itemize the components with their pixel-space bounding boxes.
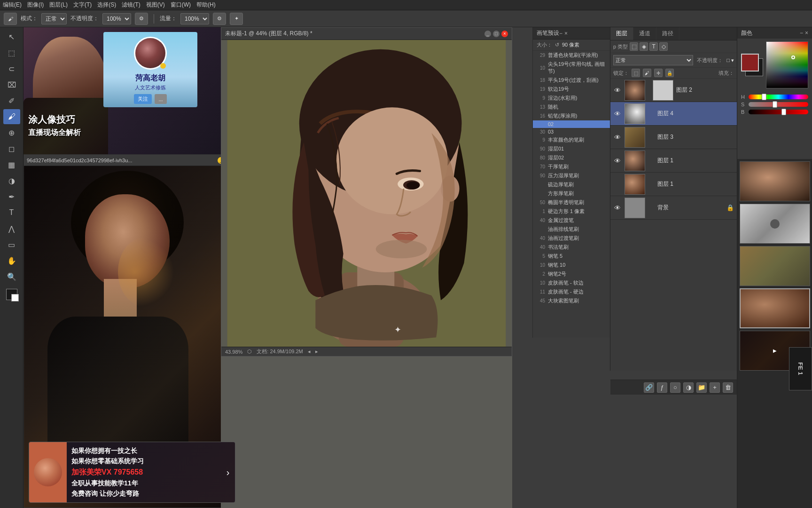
- tab-layers[interactable]: 图层: [610, 27, 633, 40]
- color-panel-minimize[interactable]: −: [800, 30, 803, 36]
- brush-tool-btn[interactable]: 🖌: [4, 13, 17, 25]
- brush-item-27[interactable]: 45 大块索图笔刷: [533, 296, 610, 305]
- lock-position-btn[interactable]: ✛: [654, 69, 663, 77]
- gradient-tool[interactable]: ▦: [3, 157, 20, 172]
- layer-row-3[interactable]: 👁 图层 3: [610, 126, 737, 149]
- color-panel-close[interactable]: ×: [805, 30, 808, 36]
- dodge-tool[interactable]: ◑: [3, 173, 20, 188]
- layer-row-1[interactable]: 👁 图层 1: [610, 149, 737, 173]
- crop-tool[interactable]: ⌧: [3, 77, 20, 92]
- brush-item-8[interactable]: 30 03: [533, 128, 610, 135]
- brush-item-2[interactable]: 18 平头19号(过渡，刮画): [533, 76, 610, 85]
- hue-track[interactable]: [749, 95, 808, 99]
- brush-item-3[interactable]: 19 软边19号: [533, 85, 610, 94]
- visibility-eye-bg[interactable]: 👁: [613, 204, 622, 212]
- brush-item-1[interactable]: 10 尖头19号(常用勾线, 画细节): [533, 60, 610, 76]
- brush-item-21[interactable]: 40 书法笔刷: [533, 243, 610, 252]
- brush-item-20[interactable]: 40 油画过渡笔刷: [533, 234, 610, 243]
- brush-panel-close[interactable]: ×: [564, 30, 568, 37]
- brush-item-12[interactable]: 70 干厚笔刷: [533, 162, 610, 171]
- opacity-options-btn[interactable]: ⚙: [135, 13, 148, 25]
- layer-row-4[interactable]: 👁 图层 4: [610, 102, 737, 126]
- filter-type-btn[interactable]: T: [649, 42, 658, 51]
- refresh-icon[interactable]: ↺: [555, 42, 559, 48]
- brush-item-22[interactable]: 5 钢笔 5: [533, 252, 610, 261]
- brush-item-7[interactable]: 02: [533, 120, 610, 128]
- hand-tool[interactable]: ✋: [3, 253, 20, 268]
- pen-tool[interactable]: ✒: [3, 189, 20, 204]
- move-tool[interactable]: ↖: [3, 29, 20, 44]
- add-fill-btn[interactable]: ◑: [683, 382, 694, 393]
- brush-item-23[interactable]: 10 钢笔 10: [533, 261, 610, 270]
- visibility-eye-3[interactable]: 👁: [613, 133, 622, 142]
- visibility-eye-4[interactable]: 👁: [613, 110, 622, 118]
- bri-track[interactable]: [749, 110, 808, 114]
- visibility-eye-1[interactable]: 👁: [613, 157, 622, 165]
- brush-item-4[interactable]: 9 渲边(水彩用): [533, 94, 610, 103]
- text-tool[interactable]: T: [3, 205, 20, 220]
- menu-item-select[interactable]: 选择(S): [97, 1, 116, 9]
- brush-item-16[interactable]: 50 椭圆半透明笔刷: [533, 198, 610, 207]
- brush-item-14[interactable]: 硫边厚笔刷: [533, 180, 610, 189]
- color-picker-box[interactable]: [766, 41, 808, 88]
- menu-item-help[interactable]: 帮助(H): [196, 1, 216, 9]
- clone-tool[interactable]: ⊕: [3, 125, 20, 140]
- brush-item-25[interactable]: 10 皮肤画笔 - 软边: [533, 278, 610, 287]
- layer-row-bg[interactable]: 👁 背景 🔒: [610, 196, 737, 220]
- filter-shape-btn[interactable]: ◇: [659, 42, 668, 51]
- brush-item-10[interactable]: 90 湿层01: [533, 144, 610, 153]
- menu-item-filter[interactable]: 滤镜(T): [122, 1, 140, 9]
- select-tool[interactable]: ⬚: [3, 45, 20, 60]
- add-style-btn[interactable]: ƒ: [657, 382, 667, 393]
- filter-pixel-btn[interactable]: ⬚: [630, 42, 638, 51]
- eyedropper-tool[interactable]: ✐: [3, 93, 20, 108]
- flow-options-btn[interactable]: ⚙: [213, 13, 226, 25]
- new-layer-btn[interactable]: +: [710, 382, 720, 393]
- brush-item-15[interactable]: 方形厚笔刷: [533, 189, 610, 198]
- canvas-maximize-btn[interactable]: □: [493, 31, 500, 37]
- video-thumb-1[interactable]: [740, 161, 810, 201]
- lock-transparent-btn[interactable]: ⬚: [632, 69, 640, 77]
- delete-layer-btn[interactable]: 🗑: [723, 382, 733, 393]
- video-thumb-3[interactable]: [740, 246, 810, 286]
- sat-track[interactable]: [749, 102, 808, 107]
- brush-item-24[interactable]: 2 钢笔2号: [533, 270, 610, 278]
- lock-image-btn[interactable]: 🖌: [643, 69, 651, 77]
- fg-swatch[interactable]: [741, 54, 759, 71]
- brush-item-6[interactable]: 16 铅笔(厚涂用): [533, 111, 610, 120]
- lasso-tool[interactable]: ⊂: [3, 61, 20, 76]
- flow-select[interactable]: 100%: [180, 13, 209, 24]
- tab-channels[interactable]: 通道: [633, 27, 656, 40]
- blend-mode-select[interactable]: 正常: [41, 13, 67, 24]
- canvas-minimize-btn[interactable]: _: [484, 31, 491, 37]
- menu-item-window[interactable]: 窗口(W): [171, 1, 191, 9]
- brush-item-0[interactable]: 29 普通色块笔刷(平涂用): [533, 51, 610, 60]
- path-select-tool[interactable]: ⋀: [3, 221, 20, 236]
- opacity-select[interactable]: 100%: [102, 13, 131, 24]
- brush-item-17[interactable]: 1 硬边方形 1 像素: [533, 207, 610, 216]
- visibility-eye-2[interactable]: 👁: [613, 86, 622, 95]
- eraser-tool[interactable]: ◻: [3, 141, 20, 156]
- layer-mode-select[interactable]: 正常: [613, 55, 693, 65]
- shape-tool[interactable]: ▭: [3, 237, 20, 252]
- video-thumb-4[interactable]: [740, 288, 810, 328]
- brush-item-19[interactable]: 油画排线笔刷: [533, 225, 610, 234]
- brush-item-5[interactable]: 13 随机: [533, 103, 610, 111]
- lock-all-btn[interactable]: 🔒: [665, 69, 674, 77]
- menu-item-image[interactable]: 图像(I): [27, 1, 44, 9]
- follow-button[interactable]: 关注: [134, 94, 152, 104]
- zoom-tool[interactable]: 🔍: [3, 269, 20, 284]
- menu-item-edit[interactable]: 编辑(E): [3, 1, 22, 9]
- video-thumb-2[interactable]: [740, 204, 810, 244]
- menu-item-view[interactable]: 视图(V): [146, 1, 165, 9]
- more-options-btn[interactable]: ...: [155, 94, 166, 104]
- brush-item-26[interactable]: 11 皮肤画笔 - 硬边: [533, 287, 610, 296]
- link-layers-btn[interactable]: 🔗: [644, 382, 654, 393]
- new-group-btn[interactable]: 📁: [696, 382, 707, 393]
- canvas-area[interactable]: ✦: [221, 40, 512, 347]
- brush-tool[interactable]: 🖌: [3, 109, 20, 124]
- filter-adjust-btn[interactable]: ◈: [640, 42, 648, 51]
- tab-paths[interactable]: 路径: [656, 27, 679, 40]
- brush-item-13[interactable]: 90 压力湿厚笔刷: [533, 171, 610, 180]
- menu-item-layer[interactable]: 图层(L): [49, 1, 68, 9]
